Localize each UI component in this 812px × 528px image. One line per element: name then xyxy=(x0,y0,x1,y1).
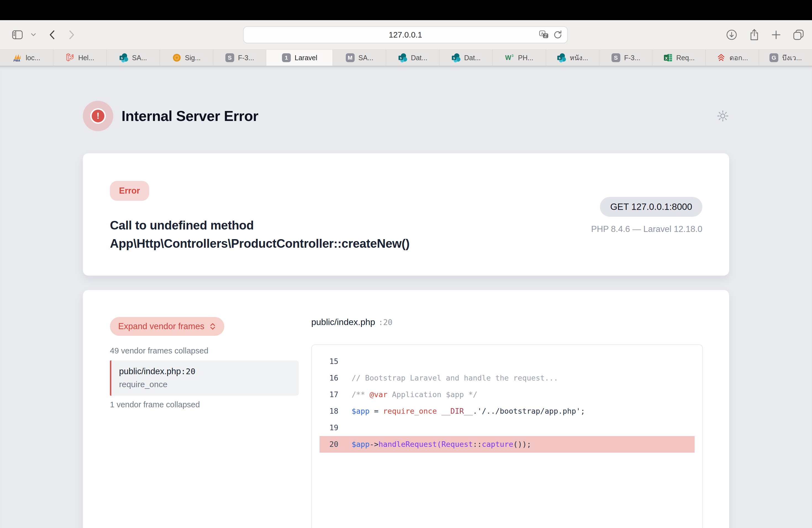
back-icon[interactable] xyxy=(48,30,55,40)
forward-icon[interactable] xyxy=(69,30,75,40)
stack-frame-item[interactable]: public/index.php:20 require_once xyxy=(110,361,299,396)
error-message-line2: App\Http\Controllers\ProductController::… xyxy=(110,234,410,253)
browser-tab-3[interactable]: sSA... xyxy=(106,50,160,66)
sharepoint-icon: s xyxy=(451,53,461,62)
phpmyadmin-icon: PMA xyxy=(13,53,22,62)
code-file-name: public/index.php xyxy=(311,317,375,327)
toolbar-right-group xyxy=(726,20,804,49)
tab-label: ดอก... xyxy=(729,52,748,63)
address-bar[interactable]: 127.0.0.1 A xyxy=(243,26,568,43)
svg-text:s: s xyxy=(400,56,402,60)
code-text: $app = require_once __DIR__.'/../bootstr… xyxy=(352,403,585,420)
svg-text:s: s xyxy=(453,56,455,60)
sharepoint-icon: s xyxy=(119,53,128,62)
browser-tab-9[interactable]: sDat... xyxy=(439,50,493,66)
browser-tab-11[interactable]: sหนัง... xyxy=(546,50,599,66)
share-icon[interactable] xyxy=(749,29,759,41)
browser-tab-13[interactable]: XReq... xyxy=(652,50,706,66)
svg-text:s: s xyxy=(121,56,123,60)
download-icon[interactable] xyxy=(726,29,737,41)
line-number: 15 xyxy=(320,353,338,370)
error-card-right: GET 127.0.0.1:8000 PHP 8.4.6 — Laravel 1… xyxy=(591,181,702,276)
w3schools-icon: W 3 xyxy=(505,53,514,62)
stack-frame-file: public/index.php:20 xyxy=(119,366,291,377)
sidebar-toggle-icon[interactable] xyxy=(12,30,23,39)
letter-badge-icon: M xyxy=(346,53,355,62)
address-bar-icons: A xyxy=(539,30,562,40)
code-line: 15 xyxy=(320,353,695,370)
browser-tab-10[interactable]: W 3PH... xyxy=(493,50,546,66)
menu-bar xyxy=(0,0,812,20)
svg-text:W: W xyxy=(505,54,511,61)
sharepoint-icon: s xyxy=(398,53,407,62)
browser-tab-15[interactable]: Gบึงเว... xyxy=(759,50,812,66)
vendor-frames-collapsed-top-note: 49 vendor frames collapsed xyxy=(110,346,299,355)
browser-tab-2[interactable]: Hel... xyxy=(53,50,106,66)
svg-text:PMA: PMA xyxy=(14,59,20,62)
tab-label: Dat... xyxy=(411,54,427,62)
expand-vendor-frames-button[interactable]: Expand vendor frames xyxy=(110,317,224,336)
code-text: /** @var Application $app */ xyxy=(352,386,477,403)
browser-toolbar: 127.0.0.1 A xyxy=(0,20,812,49)
sharepoint-icon: s xyxy=(557,53,566,62)
page-title: Internal Server Error xyxy=(121,108,258,124)
browser-tab-1[interactable]: PMAloc... xyxy=(0,50,53,66)
error-card-left: Error Call to undefined method App\Http\… xyxy=(110,181,410,276)
browser-tab-8[interactable]: sDat... xyxy=(386,50,439,66)
line-number: 17 xyxy=(320,386,338,403)
exclamation-icon: ! xyxy=(90,108,106,124)
tab-label: Hel... xyxy=(78,54,94,62)
tab-overview-icon[interactable] xyxy=(793,29,804,41)
runtime-version: PHP 8.4.6 — Laravel 12.18.0 xyxy=(591,224,702,234)
browser-tab-14[interactable]: ดอก... xyxy=(706,50,759,66)
tab-label: Laravel xyxy=(295,54,317,62)
error-message: Call to undefined method App\Http\Contro… xyxy=(110,216,410,253)
tab-label: Req... xyxy=(677,54,695,62)
tab-label: F-3... xyxy=(238,54,254,62)
code-line: 19 xyxy=(320,420,695,436)
excel-icon: X xyxy=(663,53,673,62)
code-line: 17/** @var Application $app */ xyxy=(320,386,695,403)
svg-text:s: s xyxy=(559,56,561,60)
browser-tab-5[interactable]: SF-3... xyxy=(213,50,266,66)
page-content: ! Internal Server Error Error Call to un… xyxy=(0,66,812,528)
code-line-highlighted: 20$app->handleRequest(Request::capture()… xyxy=(320,436,695,453)
browser-tab-7[interactable]: MSA... xyxy=(333,50,386,66)
reload-icon[interactable] xyxy=(553,30,562,40)
line-number: 18 xyxy=(320,403,338,420)
code-file-line: :20 xyxy=(378,318,392,327)
error-card: Error Call to undefined method App\Http\… xyxy=(83,153,729,276)
error-badge: Error xyxy=(110,181,149,201)
code-lines: 1516// Bootstrap Laravel and handle the … xyxy=(312,353,702,453)
vendor-frames-collapsed-bottom-note: 1 vendor frame collapsed xyxy=(110,400,299,409)
laravel-icon xyxy=(65,53,75,62)
tab-label: Dat... xyxy=(464,54,481,62)
stack-frames-column: Expand vendor frames 49 vendor frames co… xyxy=(110,317,299,528)
svg-text:X: X xyxy=(665,56,668,60)
line-number: 16 xyxy=(320,370,338,386)
browser-tab-4[interactable]: Sig... xyxy=(160,50,213,66)
expand-vendor-frames-label: Expand vendor frames xyxy=(118,321,204,332)
browser-tab-12[interactable]: SF-3... xyxy=(599,50,653,66)
tab-label: PH... xyxy=(518,54,533,62)
theme-toggle-icon[interactable] xyxy=(716,109,729,122)
tab-label: SA... xyxy=(132,54,147,62)
toolbar-left-group xyxy=(12,20,75,49)
expand-chevrons-icon xyxy=(209,322,216,331)
chevron-down-icon[interactable] xyxy=(31,33,36,36)
letter-badge-icon: S xyxy=(611,53,621,62)
code-text: // Bootstrap Laravel and handle the requ… xyxy=(352,370,558,386)
stack-frame-method: require_once xyxy=(119,380,291,389)
tab-label: SA... xyxy=(359,54,373,62)
svg-text:3: 3 xyxy=(512,54,514,58)
error-alert-icon: ! xyxy=(83,101,113,131)
stack-frame-line-number: :20 xyxy=(181,367,195,376)
tab-label: บึงเว... xyxy=(782,52,802,63)
line-number: 20 xyxy=(320,436,338,453)
translate-icon[interactable]: A xyxy=(539,30,549,39)
browser-tab-6-active[interactable]: 1Laravel xyxy=(266,50,333,66)
new-tab-icon[interactable] xyxy=(771,30,781,40)
tab-bar: PMAloc... Hel... sSA... Sig...SF-3...1La… xyxy=(0,49,812,66)
request-badge: GET 127.0.0.1:8000 xyxy=(600,197,702,217)
red-chevrons-icon xyxy=(716,53,726,62)
